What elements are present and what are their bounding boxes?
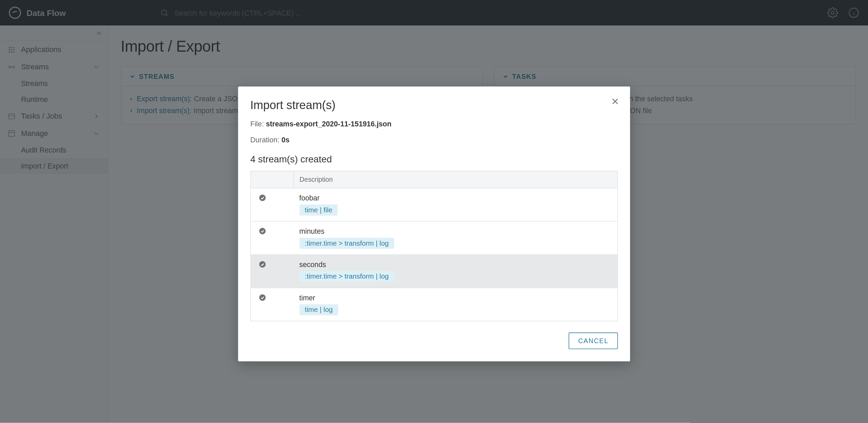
table-row: timertime | log: [251, 288, 617, 321]
stream-name: minutes: [299, 227, 612, 235]
check-circle-icon: [259, 227, 266, 235]
status-cell: [251, 188, 294, 222]
svg-point-24: [259, 195, 266, 201]
status-cell: [251, 288, 294, 321]
modal-duration-meta: Duration: 0s: [250, 136, 618, 144]
table-row: minutes:timer.time > transform | log: [251, 222, 617, 255]
table-row: seconds:timer.time > transform | log: [251, 254, 617, 288]
desc-col-header: Description: [294, 171, 617, 188]
table-row: foobartime | file: [251, 188, 617, 222]
modal-file-meta: File: streams-export_2020-11-151916.json: [250, 120, 618, 128]
description-cell: seconds:timer.time > transform | log: [294, 254, 617, 288]
stream-name: seconds: [299, 261, 612, 269]
cancel-button[interactable]: CANCEL: [569, 333, 618, 349]
description-cell: foobartime | file: [294, 188, 617, 222]
results-table: Description foobartime | fileminutes:tim…: [250, 171, 618, 321]
status-col-header: [251, 171, 294, 188]
modal-overlay[interactable]: Import stream(s) File: streams-export_20…: [0, 0, 868, 423]
stream-name: foobar: [299, 194, 612, 202]
stream-dsl: time | file: [299, 205, 338, 216]
import-streams-modal: Import stream(s) File: streams-export_20…: [238, 86, 630, 361]
description-cell: minutes:timer.time > transform | log: [294, 222, 617, 255]
svg-point-27: [259, 294, 266, 301]
close-icon[interactable]: [610, 96, 620, 106]
svg-point-26: [259, 261, 266, 267]
check-circle-icon: [259, 194, 266, 202]
status-cell: [251, 222, 294, 255]
description-cell: timertime | log: [294, 288, 617, 321]
modal-title: Import stream(s): [250, 99, 618, 112]
stream-dsl: :timer.time > transform | log: [299, 271, 394, 282]
stream-dsl: :timer.time > transform | log: [299, 238, 394, 249]
status-cell: [251, 254, 294, 288]
stream-dsl: time | log: [299, 304, 338, 315]
check-circle-icon: [259, 294, 266, 301]
svg-point-25: [259, 228, 266, 234]
stream-name: timer: [299, 294, 612, 302]
created-heading: 4 stream(s) created: [250, 154, 618, 165]
check-circle-icon: [259, 261, 266, 268]
